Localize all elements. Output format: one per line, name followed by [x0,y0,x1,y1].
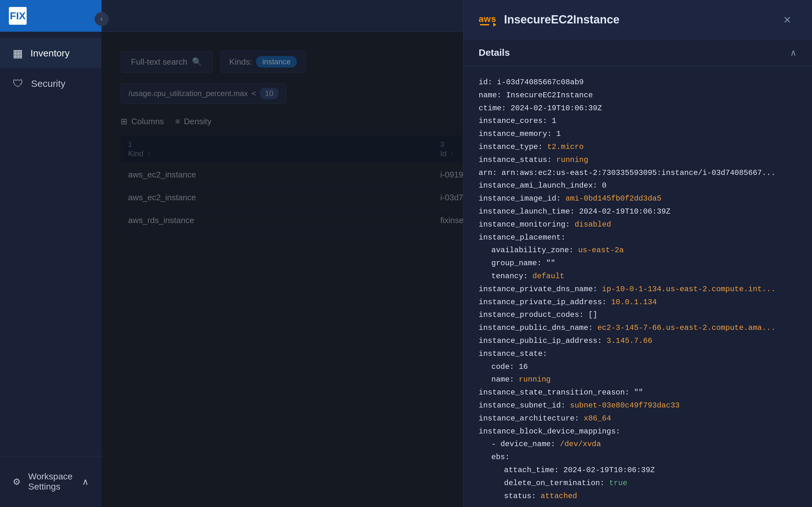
detail-field: status: attached [478,490,797,503]
field-key: instance_status: [478,156,552,164]
detail-field: instance_architecture: x86_64 [478,412,797,425]
field-value: 3.145.7.66 [602,337,652,345]
detail-field: delete_on_termination: true [478,477,797,490]
sidebar-item-inventory[interactable]: ▦ Inventory [0,38,101,68]
field-key: availability_zone: [491,246,573,255]
detail-section-toggle[interactable]: Details ∧ [463,40,812,66]
field-value: 1 [547,117,556,125]
sidebar-collapse-button[interactable]: ‹ [95,12,108,26]
field-key: instance_product_codes: [478,311,583,319]
detail-field: instance_launch_time: 2024-02-19T10:06:3… [478,205,797,218]
field-key: arn: [478,169,497,177]
app-logo: FIX [9,7,27,25]
field-value: 2024-02-19T10:06:39Z [506,104,602,112]
detail-field: instance_monitoring: disabled [478,218,797,231]
field-value: subnet-03e80c49f793dac33 [565,401,680,410]
field-key: ebs: [491,453,510,461]
field-value: ec2-3-145-7-66.us-east-2.compute.ama... [593,324,775,332]
detail-field: name: InsecureEC2Instance [478,89,797,102]
sidebar: FIX ‹ ▦ Inventory 🛡 Security ⚙ Workspace… [0,0,101,507]
field-key: code: [491,362,514,371]
field-key: ctime: [478,104,506,112]
detail-field: ctime: 2024-02-19T10:06:39Z [478,102,797,115]
field-value: t2.micro [543,143,584,151]
field-value: 1 [552,130,561,138]
detail-field: id: i-03d74085667c08ab9 [478,76,797,89]
detail-panel-header: aws InsecureEC2Instance × [463,0,812,40]
detail-field: instance_placement: [478,231,797,244]
field-value: InsecureEC2Instance [502,91,593,100]
field-key: instance_architecture: [478,414,579,423]
field-key: instance_launch_time: [478,207,574,216]
chevron-up-icon: ∧ [790,48,797,58]
field-value: running [514,375,551,384]
sidebar-footer: ⚙ Workspace Settings ∧ [0,456,101,507]
detail-field: tenancy: default [478,270,797,283]
sidebar-item-security-label: Security [31,78,65,89]
detail-field: instance_type: t2.micro [478,141,797,154]
field-value: us-east-2a [573,246,623,255]
field-value: attached [536,492,577,500]
settings-icon: ⚙ [13,476,20,487]
sidebar-item-inventory-label: Inventory [31,48,69,59]
field-value: default [528,272,564,280]
field-key: - device_name: [491,440,555,448]
detail-field: instance_public_dns_name: ec2-3-145-7-66… [478,322,797,335]
detail-field: instance_memory: 1 [478,128,797,141]
detail-field: instance_product_codes: [] [478,308,797,322]
field-value: "" [629,388,643,397]
field-value: disabled [570,220,611,229]
field-value: true [605,479,627,487]
field-key: instance_cores: [478,117,547,125]
sidebar-item-security[interactable]: 🛡 Security [0,68,101,99]
detail-field: instance_state: [478,348,797,360]
workspace-settings-item[interactable]: ⚙ Workspace Settings ∧ [0,464,101,499]
detail-field: instance_image_id: ami-0bd145fb0f2dd3da5 [478,192,797,205]
field-key: instance_placement: [478,233,565,242]
field-key: name: [478,91,502,100]
detail-field: attach_time: 2024-02-19T10:06:39Z [478,464,797,477]
detail-body: id: i-03d74085667c08ab9name: InsecureEC2… [463,66,812,507]
detail-field: ebs: [478,451,797,464]
field-value: arn:aws:ec2:us-east-2:730335593095:insta… [497,169,776,177]
close-button[interactable]: × [778,10,797,29]
field-key: instance_public_ip_address: [478,337,602,345]
detail-section-label: Details [478,47,510,58]
detail-field: instance_block_device_mappings: [478,425,797,438]
field-key: instance_memory: [478,130,552,138]
field-key: instance_private_ip_address: [478,298,606,306]
field-key: tenancy: [491,272,528,280]
detail-field: instance_private_dns_name: ip-10-0-1-134… [478,283,797,296]
detail-field: availability_zone: us-east-2a [478,244,797,257]
sidebar-nav: ▦ Inventory 🛡 Security [0,32,101,456]
field-key: group_name: [491,259,542,268]
detail-panel-title: InsecureEC2Instance [504,13,770,26]
field-value: 2024-02-19T10:06:39Z [559,466,655,474]
detail-field: instance_cores: 1 [478,115,797,128]
workspace-settings-label: Workspace Settings [28,471,74,492]
detail-field: instance_private_ip_address: 10.0.1.134 [478,296,797,309]
sidebar-logo: FIX [0,0,101,32]
field-key: instance_state: [478,349,547,358]
field-key: instance_monitoring: [478,220,570,229]
field-value: "" [542,259,555,268]
field-key: instance_image_id: [478,194,561,203]
detail-field: code: 16 [478,360,797,374]
detail-field: instance_public_ip_address: 3.145.7.66 [478,335,797,348]
field-value: ip-10-0-1-134.us-east-2.compute.int... [597,285,775,293]
shield-icon: 🛡 [13,77,23,90]
field-key: instance_state_transition_reason: [478,388,629,397]
field-key: id: [478,78,492,87]
inventory-icon: ▦ [13,47,23,60]
field-value: x86_64 [579,414,611,423]
field-value: 2024-02-19T10:06:39Z [574,207,670,216]
field-value: 10.0.1.134 [606,298,657,306]
detail-field: - device_name: /dev/xvda [478,438,797,451]
field-value: running [552,156,588,164]
workspace-settings-chevron: ∧ [82,476,89,487]
field-value: i-03d74085667c08ab9 [492,78,583,87]
field-key: instance_subnet_id: [478,401,565,410]
field-value: 16 [514,362,528,371]
field-key: delete_on_termination: [504,479,605,487]
field-value: [] [583,311,597,319]
